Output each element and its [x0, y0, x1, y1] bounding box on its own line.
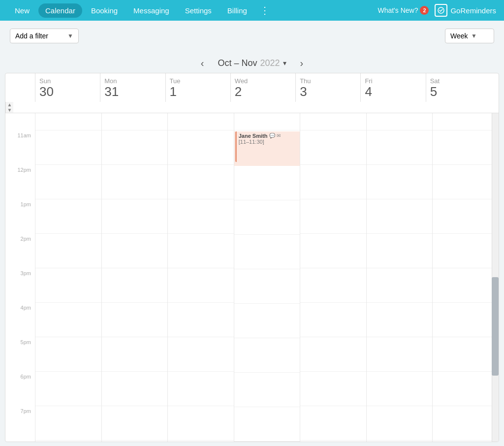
brand-logo[interactable]: GoReminders [435, 4, 496, 17]
day-col-tue[interactable] [167, 113, 234, 442]
allday-row-tue[interactable] [168, 113, 234, 130]
slot-fri-1[interactable] [367, 199, 433, 234]
slot-mon-7[interactable] [102, 406, 168, 441]
slot-sun-1[interactable] [35, 199, 101, 234]
view-dropdown[interactable]: Week ▼ [445, 29, 494, 43]
scrollbar-track[interactable] [492, 113, 499, 442]
day-col-fri[interactable] [366, 113, 433, 442]
slot-wed-4[interactable] [234, 304, 300, 338]
next-week-button[interactable]: › [296, 56, 308, 70]
slot-tue-3[interactable] [168, 268, 234, 303]
slot-sun-3[interactable] [35, 268, 101, 303]
slot-sun-11[interactable] [35, 130, 101, 165]
slot-sun-7[interactable] [35, 406, 101, 441]
scroll-up-button[interactable]: ▲ [6, 102, 13, 107]
slot-sun-2[interactable] [35, 234, 101, 268]
slot-fri-12[interactable] [367, 165, 433, 199]
slot-wed-5[interactable] [234, 338, 300, 373]
slot-sat-11[interactable] [433, 130, 499, 165]
slot-mon-3[interactable] [102, 268, 168, 303]
slot-thu-5[interactable] [300, 337, 366, 372]
allday-row-mon[interactable] [102, 113, 168, 130]
slot-fri-11[interactable] [367, 130, 433, 165]
nav-new[interactable]: New [8, 3, 36, 18]
slot-sat-4[interactable] [433, 303, 499, 337]
event-jane-smith[interactable]: Jane Smith 💬 ✉ [11–11:30] [235, 131, 299, 162]
slot-mon-4[interactable] [102, 303, 168, 337]
slot-sat-6[interactable] [433, 372, 499, 406]
allday-row-fri[interactable] [367, 113, 433, 130]
slot-wed-2[interactable] [234, 235, 300, 269]
whats-new-button[interactable]: What's New? 2 [378, 6, 429, 15]
slot-tue-4[interactable] [168, 303, 234, 337]
nav-billing[interactable]: Billing [220, 3, 254, 18]
slot-mon-12[interactable] [102, 165, 168, 199]
slot-tue-12[interactable] [168, 165, 234, 199]
slot-fri-7[interactable] [367, 406, 433, 441]
nav-messaging[interactable]: Messaging [126, 3, 176, 18]
slot-wed-7[interactable] [234, 407, 300, 442]
slot-sat-12[interactable] [433, 165, 499, 199]
slot-thu-7[interactable] [300, 406, 366, 441]
slot-sun-4[interactable] [35, 303, 101, 337]
day-col-sun[interactable] [35, 113, 101, 442]
allday-row-sun[interactable] [35, 113, 101, 130]
slot-thu-12[interactable] [300, 165, 366, 199]
slot-tue-1[interactable] [168, 199, 234, 234]
slot-thu-1[interactable] [300, 199, 366, 234]
nav-settings[interactable]: Settings [178, 3, 219, 18]
slot-fri-3[interactable] [367, 268, 433, 303]
slot-fri-5[interactable] [367, 337, 433, 372]
slot-thu-4[interactable] [300, 303, 366, 337]
allday-row-wed[interactable] [234, 113, 300, 130]
slot-thu-3[interactable] [300, 268, 366, 303]
view-select-input[interactable]: Week [450, 32, 468, 40]
slot-sat-1[interactable] [433, 199, 499, 234]
day-col-wed[interactable]: Jane Smith 💬 ✉ [11–11:30] [234, 113, 300, 442]
slot-sat-3[interactable] [433, 268, 499, 303]
scrollbar-thumb[interactable] [492, 277, 499, 376]
time-label-5pm: 5pm [21, 339, 31, 345]
slot-wed-1[interactable] [234, 200, 300, 235]
slot-fri-2[interactable] [367, 234, 433, 268]
slot-mon-2[interactable] [102, 234, 168, 268]
slot-thu-6[interactable] [300, 372, 366, 406]
day-col-mon[interactable] [101, 113, 168, 442]
slot-sun-6[interactable] [35, 372, 101, 406]
nav-more-dots[interactable]: ⋮ [256, 4, 274, 16]
filter-select-input[interactable]: Add a filter [15, 32, 64, 40]
allday-row-sat[interactable] [433, 113, 499, 130]
slot-tue-2[interactable] [168, 234, 234, 268]
slot-tue-5[interactable] [168, 337, 234, 372]
slot-sun-5[interactable] [35, 337, 101, 372]
slot-fri-4[interactable] [367, 303, 433, 337]
slot-mon-5[interactable] [102, 337, 168, 372]
slot-tue-6[interactable] [168, 372, 234, 406]
slot-wed-6[interactable] [234, 373, 300, 407]
slot-tue-11[interactable] [168, 130, 234, 165]
slot-sun-12[interactable] [35, 165, 101, 199]
prev-week-button[interactable]: ‹ [197, 56, 208, 70]
slot-thu-11[interactable] [300, 130, 366, 165]
filter-dropdown[interactable]: Add a filter ▼ [10, 29, 79, 43]
day-col-sat[interactable] [432, 113, 499, 442]
slot-mon-1[interactable] [102, 199, 168, 234]
slot-wed-12[interactable] [234, 166, 300, 200]
calendar-title[interactable]: Oct – Nov 2022 ▾ [218, 58, 286, 68]
slot-sat-5[interactable] [433, 337, 499, 372]
slot-mon-11[interactable] [102, 130, 168, 165]
slot-fri-6[interactable] [367, 372, 433, 406]
slot-mon-6[interactable] [102, 372, 168, 406]
slot-wed-11[interactable]: Jane Smith 💬 ✉ [11–11:30] [234, 131, 300, 166]
day-col-thu[interactable] [300, 113, 366, 442]
allday-row-thu[interactable] [300, 113, 366, 130]
scroll-down-button[interactable]: ▼ [6, 107, 13, 113]
slot-tue-7[interactable] [168, 406, 234, 441]
nav-calendar[interactable]: Calendar [38, 3, 82, 18]
nav-booking[interactable]: Booking [84, 3, 125, 18]
slot-thu-2[interactable] [300, 234, 366, 268]
time-label-4pm: 4pm [21, 305, 31, 311]
slot-wed-3[interactable] [234, 269, 300, 304]
slot-sat-7[interactable] [433, 406, 499, 441]
slot-sat-2[interactable] [433, 234, 499, 268]
